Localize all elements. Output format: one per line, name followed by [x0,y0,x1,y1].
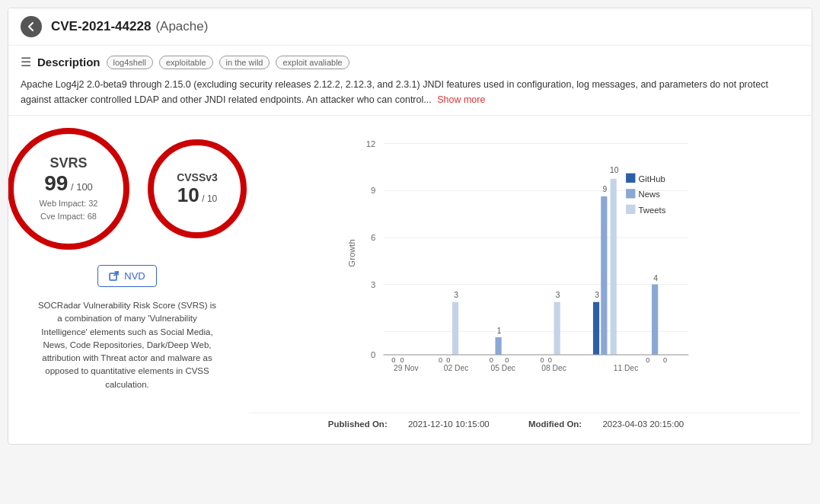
gauges-row: SVRS 99 / 100 Web Impact: 32 Cve Impact:… [8,128,247,250]
description-text: Apache Log4j2 2.0-beta9 through 2.15.0 (… [21,77,799,107]
published-on: Published On: 2021-12-10 10:15:00 [328,419,510,429]
svg-text:0: 0 [439,356,442,364]
description-section: ☰ Description log4shell exploitable in t… [8,46,812,116]
svg-rect-35 [554,302,560,355]
svg-text:05 Dec: 05 Dec [490,364,515,372]
svg-text:3: 3 [595,291,599,299]
modified-on: Modified On: 2023-04-03 20:15:00 [528,419,702,429]
cvss-label: CVSSv3 [177,171,218,183]
main-content: SVRS 99 / 100 Web Impact: 32 Cve Impact:… [8,116,812,444]
main-container: CVE-2021-44228 (Apache) ☰ Description lo… [8,8,812,445]
svg-rect-41 [611,179,617,355]
svg-text:29 Nov: 29 Nov [394,364,419,372]
cvss-score: 10 [177,183,199,206]
cvss-gauge: CVSSv3 10 / 10 [148,139,247,238]
svg-text:3: 3 [371,280,375,289]
growth-chart: 12 9 6 3 0 Growth 0 0 [249,128,799,410]
description-icon: ☰ [21,55,31,69]
svg-text:3: 3 [454,291,458,299]
header: CVE-2021-44228 (Apache) [8,8,812,46]
description-header: ☰ Description log4shell exploitable in t… [21,55,799,69]
svg-text:9: 9 [371,186,375,195]
show-more-button[interactable]: Show more [437,94,485,105]
svg-text:0: 0 [371,350,375,359]
svg-rect-54 [626,174,635,183]
svg-rect-39 [593,302,599,355]
svg-rect-23 [452,302,458,355]
back-button[interactable] [21,16,42,37]
svrs-score: 99 [44,171,68,195]
svg-text:0: 0 [646,356,649,364]
svg-text:Growth: Growth [348,239,357,266]
svrs-denom: / 100 [71,181,93,193]
tag-inthewild[interactable]: in the wild [219,56,270,69]
svg-text:11 Dec: 11 Dec [614,364,639,372]
chart-container: 12 9 6 3 0 Growth 0 0 [249,128,799,410]
cve-source: (Apache) [155,19,208,34]
svrs-description: SOCRadar Vulnerability Risk Score (SVRS)… [36,299,219,391]
svg-text:3: 3 [556,291,560,299]
svg-rect-56 [626,189,635,198]
svg-rect-46 [652,285,658,356]
left-panel: SVRS 99 / 100 Web Impact: 32 Cve Impact:… [21,128,234,432]
description-title: Description [37,56,101,69]
nvd-button[interactable]: NVD [97,265,156,287]
cve-id: CVE-2021-44228 [51,19,151,34]
svg-text:9: 9 [603,185,608,193]
svg-text:0: 0 [663,356,667,364]
svg-text:6: 6 [371,233,375,242]
svg-text:12: 12 [366,139,376,148]
svg-rect-58 [626,205,635,214]
svg-text:News: News [639,190,661,199]
svg-text:Tweets: Tweets [639,206,666,215]
svrs-gauge: SVRS 99 / 100 Web Impact: 32 Cve Impact:… [8,128,129,250]
svrs-web-impact: Web Impact: 32 Cve Impact: 68 [40,197,98,222]
svg-text:1: 1 [497,327,502,335]
svg-text:GitHub: GitHub [639,174,665,183]
svg-rect-28 [495,337,501,355]
footer-dates: Published On: 2021-12-10 10:15:00 Modifi… [249,413,799,432]
svg-text:4: 4 [653,274,658,282]
svg-text:10: 10 [610,166,619,174]
svg-rect-40 [601,196,607,355]
svg-text:02 Dec: 02 Dec [444,364,469,372]
nvd-label: NVD [124,270,145,282]
tag-log4shell[interactable]: log4shell [107,56,153,69]
svg-text:08 Dec: 08 Dec [541,364,566,372]
right-panel: 12 9 6 3 0 Growth 0 0 [249,128,799,432]
cvss-denom: / 10 [202,193,217,204]
tag-exploit-available[interactable]: exploit avaliable [276,56,349,69]
svrs-label: SVRS [49,155,87,171]
tag-exploitable[interactable]: exploitable [159,56,213,69]
